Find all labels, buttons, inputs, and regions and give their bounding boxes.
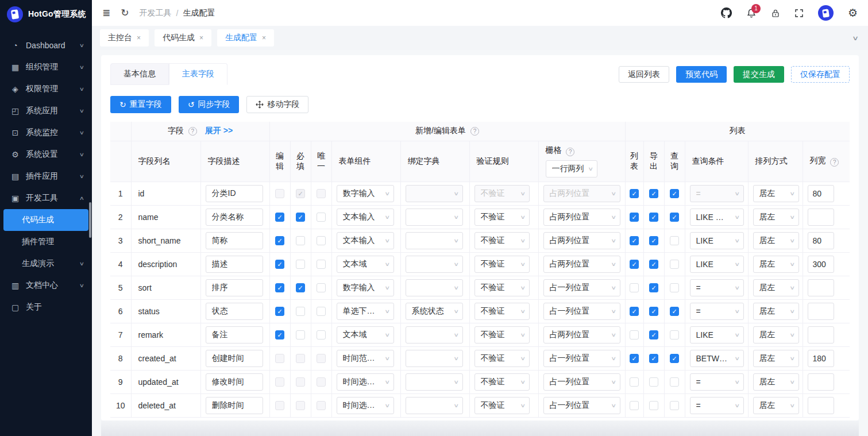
grid-select[interactable]: 占两列位置∨ xyxy=(543,326,620,344)
query-cond-select[interactable]: LIKE∨ xyxy=(690,326,744,344)
sidebar-item-系统设置[interactable]: ⚙系统设置∨ xyxy=(0,144,92,165)
dict-select[interactable]: ∨ xyxy=(406,279,463,296)
required-checkbox[interactable]: ✓ xyxy=(296,236,305,245)
column-width-input[interactable] xyxy=(808,350,834,367)
field-desc-input[interactable] xyxy=(206,373,263,391)
column-width-input[interactable] xyxy=(808,185,834,202)
field-desc-input[interactable] xyxy=(206,326,263,344)
grid-select[interactable]: 占一列位置∨ xyxy=(543,397,620,414)
edit-checkbox[interactable]: ✓ xyxy=(275,307,284,316)
query-checkbox[interactable]: ✓ xyxy=(670,189,679,198)
export-checkbox[interactable]: ✓ xyxy=(649,260,658,269)
grid-select[interactable]: 占一列位置∨ xyxy=(543,279,620,296)
export-checkbox[interactable]: ✓ xyxy=(649,213,658,222)
query-checkbox[interactable]: ✓ xyxy=(670,401,679,410)
collapse-menu-icon[interactable]: ≣ xyxy=(102,8,110,18)
github-icon[interactable] xyxy=(721,7,732,18)
sync-fields-button[interactable]: ↺ 同步字段 xyxy=(179,96,240,113)
sidebar-item-代码生成[interactable]: 代码生成 xyxy=(3,209,88,231)
column-width-input[interactable] xyxy=(808,279,834,296)
component-select[interactable]: 数字输入∨ xyxy=(337,279,394,296)
required-checkbox[interactable]: ✓ xyxy=(296,260,305,269)
dict-select[interactable]: ∨ xyxy=(406,232,463,249)
align-select[interactable]: 居左∨ xyxy=(753,185,799,202)
column-width-input[interactable] xyxy=(808,303,834,320)
align-select[interactable]: 居左∨ xyxy=(753,279,799,296)
rule-select[interactable]: 不验证∨ xyxy=(474,303,530,320)
unique-checkbox[interactable]: ✓ xyxy=(317,330,326,339)
page-tab-生成配置[interactable]: 生成配置× xyxy=(217,29,274,47)
grid-help-icon[interactable]: ? xyxy=(566,148,574,156)
unique-checkbox[interactable]: ✓ xyxy=(317,283,326,292)
list-checkbox[interactable]: ✓ xyxy=(630,401,639,410)
component-select[interactable]: 时间范围选择∨ xyxy=(337,350,394,367)
list-checkbox[interactable]: ✓ xyxy=(630,283,639,292)
dict-select[interactable]: ∨ xyxy=(406,209,463,226)
grid-select[interactable]: 占两列位置∨ xyxy=(543,232,620,249)
list-checkbox[interactable]: ✓ xyxy=(630,236,639,245)
query-cond-select[interactable]: =∨ xyxy=(690,279,744,296)
expand-link[interactable]: 展开 >> xyxy=(205,126,233,136)
query-cond-select[interactable]: =∨ xyxy=(690,373,744,391)
rule-select[interactable]: 不验证∨ xyxy=(474,279,530,296)
align-select[interactable]: 居左∨ xyxy=(753,326,799,344)
rule-select[interactable]: 不验证∨ xyxy=(474,397,530,414)
align-select[interactable]: 居左∨ xyxy=(753,373,799,391)
export-checkbox[interactable]: ✓ xyxy=(649,236,658,245)
query-checkbox[interactable]: ✓ xyxy=(670,377,679,387)
export-checkbox[interactable]: ✓ xyxy=(649,377,658,387)
list-checkbox[interactable]: ✓ xyxy=(630,330,639,339)
align-select[interactable]: 居左∨ xyxy=(753,397,799,414)
list-checkbox[interactable]: ✓ xyxy=(630,189,639,198)
query-checkbox[interactable]: ✓ xyxy=(670,236,679,245)
sidebar-item-系统监控[interactable]: ⊡系统监控∨ xyxy=(0,122,92,144)
list-checkbox[interactable]: ✓ xyxy=(630,377,639,387)
required-checkbox[interactable]: ✓ xyxy=(296,283,305,292)
unique-checkbox[interactable]: ✓ xyxy=(317,260,326,269)
query-cond-select[interactable]: LIKE∨ xyxy=(690,232,744,249)
align-select[interactable]: 居左∨ xyxy=(753,350,799,367)
submit-generate-button[interactable]: 提交生成 xyxy=(734,66,784,83)
dict-select[interactable]: ∨ xyxy=(406,256,463,273)
export-checkbox[interactable]: ✓ xyxy=(649,189,658,198)
field-desc-input[interactable] xyxy=(206,279,263,296)
sidebar-item-系统应用[interactable]: ◰系统应用∨ xyxy=(0,100,92,122)
export-checkbox[interactable]: ✓ xyxy=(649,307,658,316)
component-select[interactable]: 时间选择(Y-...∨ xyxy=(337,373,394,391)
dict-select[interactable]: ∨ xyxy=(406,326,463,344)
rule-select[interactable]: 不验证∨ xyxy=(474,373,530,391)
page-tab-代码生成[interactable]: 代码生成× xyxy=(155,29,211,47)
component-select[interactable]: 时间选择(Y-...∨ xyxy=(337,397,394,414)
user-avatar[interactable] xyxy=(818,5,834,21)
query-cond-select[interactable]: LIKE∨ xyxy=(690,256,744,273)
field-desc-input[interactable] xyxy=(206,350,263,367)
reset-fields-button[interactable]: ↻ 重置字段 xyxy=(110,96,171,113)
query-cond-select[interactable]: LIKE %...%∨ xyxy=(690,209,744,226)
list-checkbox[interactable]: ✓ xyxy=(630,213,639,222)
list-checkbox[interactable]: ✓ xyxy=(630,354,639,363)
column-width-input[interactable] xyxy=(808,256,834,273)
column-width-input[interactable] xyxy=(808,373,834,391)
field-desc-input[interactable] xyxy=(206,209,263,226)
close-icon[interactable]: × xyxy=(137,34,141,42)
back-to-list-button[interactable]: 返回列表 xyxy=(619,66,669,83)
close-icon[interactable]: × xyxy=(262,34,266,42)
grid-select[interactable]: 占两列位置∨ xyxy=(543,256,620,273)
field-desc-input[interactable] xyxy=(206,397,263,414)
field-help-icon[interactable]: ? xyxy=(188,127,197,136)
grid-select[interactable]: 占两列位置∨ xyxy=(543,209,620,226)
edit-checkbox[interactable]: ✓ xyxy=(275,283,284,292)
rule-select[interactable]: 不验证∨ xyxy=(474,209,530,226)
sidebar-scrollbar[interactable] xyxy=(89,202,91,238)
rule-select[interactable]: 不验证∨ xyxy=(474,350,530,367)
query-checkbox[interactable]: ✓ xyxy=(670,307,679,316)
column-width-input[interactable] xyxy=(808,326,834,344)
export-checkbox[interactable]: ✓ xyxy=(649,330,658,339)
sidebar-item-权限管理[interactable]: ◈权限管理∨ xyxy=(0,78,92,100)
dict-select[interactable]: 系统状态∨ xyxy=(406,303,463,320)
query-cond-select[interactable]: =∨ xyxy=(690,397,744,414)
form-help-icon[interactable]: ? xyxy=(470,127,479,136)
sidebar-item-生成演示[interactable]: 生成演示∨ xyxy=(0,253,92,275)
column-width-input[interactable] xyxy=(808,232,834,249)
rule-select[interactable]: 不验证∨ xyxy=(474,232,530,249)
